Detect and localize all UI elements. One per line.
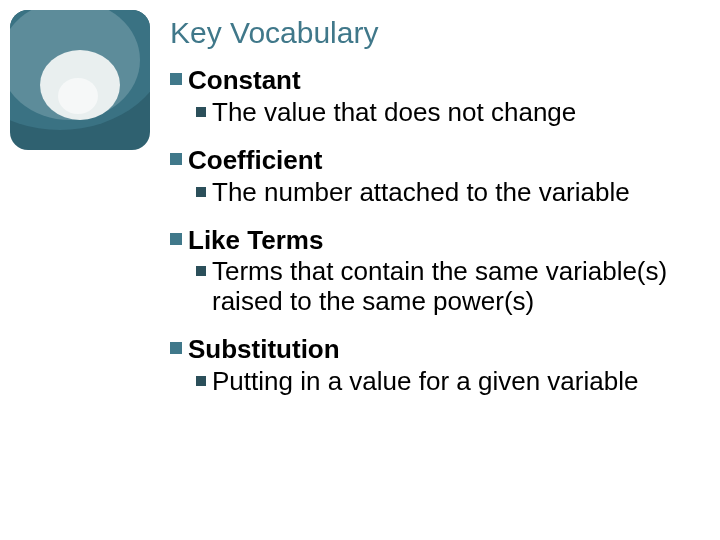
bullet-icon [196, 376, 206, 386]
vocab-item: Substitution Putting in a value for a gi… [170, 335, 700, 397]
bullet-icon [170, 73, 182, 85]
vocab-term: Constant [170, 66, 700, 96]
vocab-item: Constant The value that does not change [170, 66, 700, 128]
definition-text: Terms that contain the same variable(s) … [212, 257, 692, 317]
bullet-icon [196, 107, 206, 117]
definition-text: The number attached to the variable [212, 178, 630, 208]
bullet-icon [170, 153, 182, 165]
vocab-definition: The number attached to the variable [196, 178, 700, 208]
vocab-term: Substitution [170, 335, 700, 365]
bullet-icon [170, 233, 182, 245]
vocab-item: Coefficient The number attached to the v… [170, 146, 700, 208]
slide-title: Key Vocabulary [170, 16, 378, 50]
vocab-list: Constant The value that does not change … [170, 66, 700, 415]
term-text: Substitution [188, 335, 340, 365]
bullet-icon [196, 266, 206, 276]
vocab-definition: Terms that contain the same variable(s) … [196, 257, 700, 317]
vocab-term: Like Terms [170, 226, 700, 256]
term-text: Like Terms [188, 226, 323, 256]
term-text: Coefficient [188, 146, 322, 176]
vocab-term: Coefficient [170, 146, 700, 176]
definition-text: The value that does not change [212, 98, 576, 128]
thought-bubble-icon [10, 10, 150, 150]
definition-text: Putting in a value for a given variable [212, 367, 638, 397]
vocab-item: Like Terms Terms that contain the same v… [170, 226, 700, 318]
vocab-definition: The value that does not change [196, 98, 700, 128]
term-text: Constant [188, 66, 301, 96]
vocab-definition: Putting in a value for a given variable [196, 367, 700, 397]
bullet-icon [196, 187, 206, 197]
bullet-icon [170, 342, 182, 354]
